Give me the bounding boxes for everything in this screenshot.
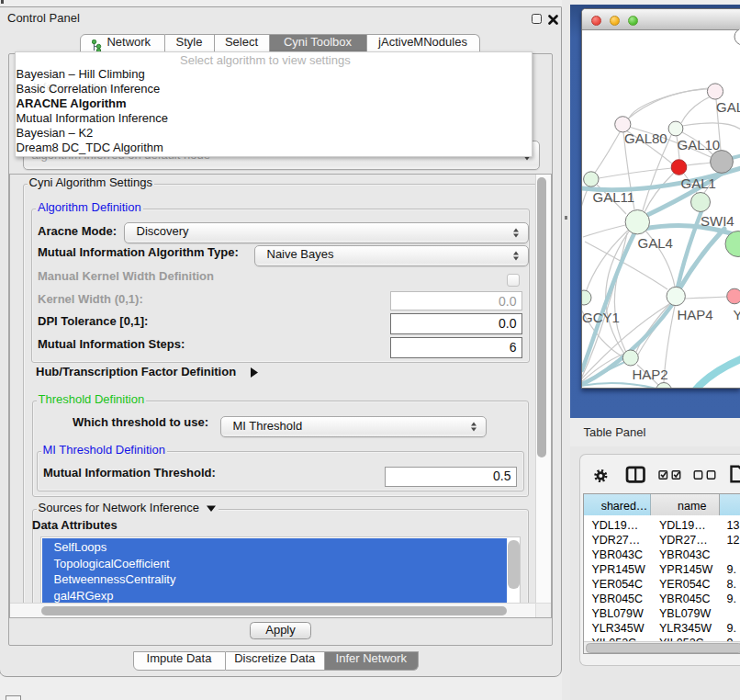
svg-text:GAL1: GAL1	[681, 175, 716, 191]
svg-text:SWI4: SWI4	[701, 213, 734, 229]
svg-text:GAL10: GAL10	[678, 137, 721, 152]
svg-text:HAP2: HAP2	[633, 367, 668, 382]
svg-text:GAL11: GAL11	[593, 189, 635, 205]
svg-text:HAP4: HAP4	[678, 307, 713, 322]
svg-text:GCY1: GCY1	[582, 310, 620, 325]
svg-text:YJ: YJ	[734, 307, 740, 322]
svg-text:GAL4: GAL4	[638, 235, 673, 251]
svg-text:GAL80: GAL80	[624, 130, 667, 146]
svg-text:GAL7: GAL7	[716, 99, 740, 115]
